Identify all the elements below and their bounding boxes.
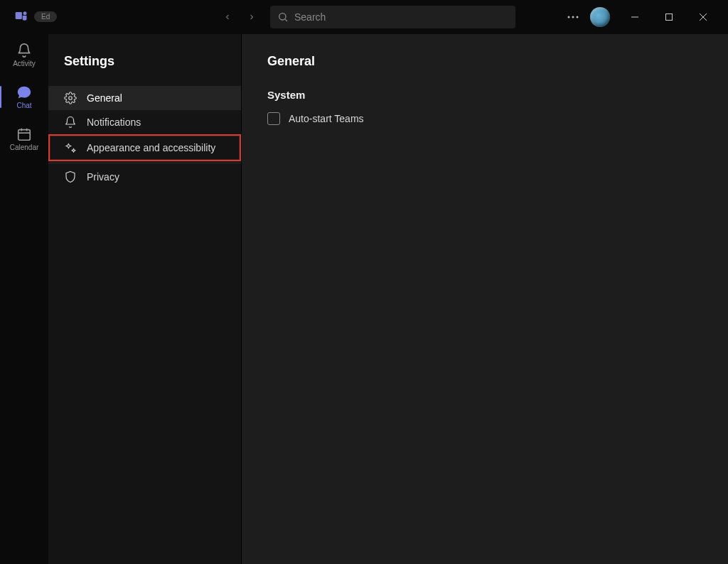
history-nav [218, 7, 262, 27]
nav-forward-button[interactable] [242, 7, 262, 27]
svg-point-6 [577, 16, 579, 18]
settings-nav-list: General Notifications Appearance and acc… [48, 86, 241, 189]
app-rail: Activity Chat Calendar [0, 34, 48, 564]
rail-label: Activity [13, 60, 36, 67]
nav-item-label: Appearance and accessibility [87, 142, 215, 153]
nav-item-privacy[interactable]: Privacy [48, 165, 241, 189]
titlebar: Ed Search [0, 0, 728, 34]
settings-content: General System Auto-start Teams [242, 34, 728, 564]
svg-point-2 [279, 13, 286, 20]
window-close-button[interactable] [687, 6, 719, 28]
checkbox[interactable] [267, 112, 280, 125]
gear-icon [64, 92, 77, 104]
app-body: Activity Chat Calendar Settings General … [0, 34, 728, 564]
option-auto-start[interactable]: Auto-start Teams [267, 112, 702, 125]
settings-title: Settings [48, 51, 241, 82]
more-options-button[interactable] [562, 6, 584, 28]
nav-divider [48, 163, 241, 163]
section-title: System [267, 89, 702, 101]
rail-item-chat[interactable]: Chat [0, 80, 48, 114]
nav-item-general[interactable]: General [48, 86, 241, 110]
nav-item-notifications[interactable]: Notifications [48, 110, 241, 134]
titlebar-right [562, 6, 722, 28]
nav-item-appearance[interactable]: Appearance and accessibility [48, 134, 241, 161]
nav-item-label: Notifications [87, 116, 141, 128]
option-label: Auto-start Teams [289, 113, 364, 124]
rail-label: Calendar [10, 143, 39, 151]
search-placeholder: Search [294, 11, 326, 23]
search-input[interactable]: Search [270, 6, 515, 28]
nav-item-label: Privacy [87, 171, 119, 183]
chat-icon [16, 85, 32, 100]
svg-rect-0 [16, 12, 22, 19]
teams-logo-icon [14, 9, 28, 26]
rail-item-calendar[interactable]: Calendar [0, 122, 48, 156]
bell-icon [64, 116, 77, 129]
window-minimize-button[interactable] [619, 6, 651, 28]
svg-point-1 [23, 11, 27, 15]
bell-icon [16, 43, 32, 58]
svg-point-5 [572, 16, 574, 18]
svg-point-15 [69, 97, 73, 100]
svg-point-4 [568, 16, 570, 18]
org-pill[interactable]: Ed [34, 11, 57, 22]
svg-rect-11 [18, 130, 31, 141]
shield-icon [64, 170, 77, 183]
sparkle-icon [64, 141, 77, 154]
svg-line-3 [285, 19, 287, 21]
nav-back-button[interactable] [218, 7, 237, 27]
window-maximize-button[interactable] [653, 6, 685, 28]
rail-label: Chat [16, 102, 31, 109]
settings-nav: Settings General Notifications Appearanc… [48, 34, 242, 564]
user-avatar[interactable] [590, 7, 610, 27]
search-icon [277, 11, 289, 23]
calendar-icon [16, 126, 32, 142]
nav-item-label: General [87, 92, 122, 104]
rail-item-activity[interactable]: Activity [0, 38, 48, 72]
content-heading: General [267, 54, 702, 69]
svg-rect-8 [666, 14, 673, 21]
